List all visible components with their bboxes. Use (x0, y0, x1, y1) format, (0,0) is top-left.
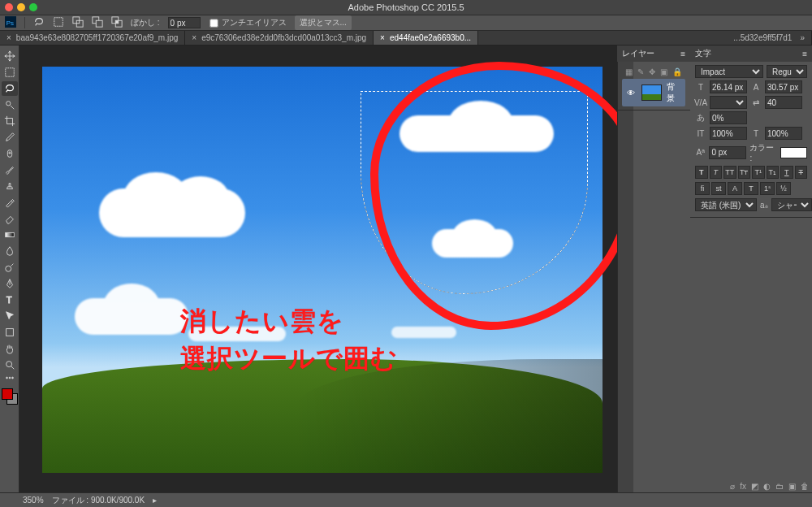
path-select-tool[interactable] (2, 309, 18, 323)
shape-tool[interactable] (2, 325, 18, 340)
crop-tool[interactable] (2, 114, 18, 128)
lock-artboard-icon[interactable]: ▣ (660, 67, 667, 76)
allcaps-button[interactable]: TT (723, 166, 736, 179)
selection-new-icon[interactable] (53, 16, 64, 29)
status-disclosure-icon[interactable]: ▸ (153, 496, 157, 505)
lasso-tool-indicator-icon[interactable] (33, 16, 45, 29)
ot-ordinal-button[interactable]: 1ˢ (760, 182, 775, 195)
lock-all-icon[interactable]: 🔒 (672, 67, 682, 76)
smallcaps-button[interactable]: Tᴛ (738, 166, 751, 179)
document-tab[interactable]: ...5d32e9ff5f7d1» (727, 31, 812, 45)
font-style-select[interactable]: Regular (767, 65, 807, 78)
feather-input[interactable] (168, 17, 201, 28)
canvas-area[interactable]: 消したい雲を 選択ツールで囲む (19, 46, 617, 492)
layer-fx-icon[interactable]: fx (740, 482, 746, 491)
blur-tool[interactable] (2, 244, 18, 258)
subscript-button[interactable]: T₁ (767, 166, 780, 179)
pen-tool[interactable] (2, 276, 18, 291)
close-tab-icon[interactable]: × (6, 33, 11, 42)
superscript-button[interactable]: T¹ (752, 166, 765, 179)
layer-mask-icon[interactable]: ◩ (751, 482, 758, 491)
clone-stamp-tool[interactable] (2, 179, 18, 193)
document-tab[interactable]: ×e9c76306ed38e2dd0fb3dcd00a013cc3_m.jpg (185, 31, 374, 45)
tsume-input[interactable] (710, 111, 747, 124)
selection-add-icon[interactable] (72, 16, 84, 29)
close-tab-icon[interactable]: × (380, 33, 385, 42)
tools-panel: T (0, 46, 19, 492)
leading-input[interactable] (765, 80, 802, 93)
select-and-mask-button[interactable]: 選択とマス... (295, 15, 352, 30)
layer-row[interactable]: 👁 背景 (622, 79, 685, 106)
delete-layer-icon[interactable]: 🗑 (801, 482, 809, 491)
adjustment-layer-icon[interactable]: ◐ (763, 482, 771, 491)
kerning-select[interactable] (710, 96, 747, 109)
panel-menu-icon[interactable]: ≡ (680, 50, 685, 58)
doc-size-label[interactable]: ファイル : 900.0K/900.0K (52, 495, 145, 506)
ot-swash-button[interactable]: A (728, 182, 742, 195)
quick-select-tool[interactable] (2, 98, 18, 112)
eyedropper-tool[interactable] (2, 130, 18, 145)
tracking-input[interactable] (765, 96, 802, 109)
document-tab[interactable]: ×ed44fae0e2a6693b0... (374, 31, 478, 45)
document-canvas[interactable]: 消したい雲を 選択ツールで囲む (42, 67, 603, 473)
brush-tool[interactable] (2, 162, 18, 177)
text-color-swatch[interactable] (780, 147, 807, 158)
document-tab[interactable]: ×baa943e63e8082705ff1720367e20af9_m.jpg (0, 31, 185, 45)
hand-tool[interactable] (2, 341, 18, 356)
tab-overflow-icon[interactable]: » (800, 33, 805, 42)
layer-visibility-icon[interactable]: 👁 (625, 89, 637, 98)
type-tool[interactable]: T (2, 292, 18, 307)
language-select[interactable]: 英語 (米国) (695, 198, 757, 211)
gradient-tool[interactable] (2, 228, 18, 242)
strikethrough-button[interactable]: T (795, 166, 808, 179)
zoom-tool[interactable] (2, 358, 18, 372)
underline-button[interactable]: T (780, 166, 793, 179)
ot-fi-button[interactable]: fi (695, 182, 710, 195)
panel-menu-icon[interactable]: ≡ (802, 50, 807, 58)
antialiasing-select[interactable]: シャープ (771, 198, 812, 211)
doc-size-value: 900.0K/900.0K (91, 496, 145, 505)
font-size-input[interactable] (710, 80, 747, 93)
vert-scale-input[interactable] (710, 127, 747, 140)
color-swatches[interactable] (2, 388, 18, 408)
close-window-button[interactable] (5, 3, 13, 11)
history-brush-tool[interactable] (2, 195, 18, 210)
close-tab-icon[interactable]: × (192, 33, 197, 42)
edit-toolbar-icon[interactable] (2, 374, 18, 382)
marquee-tool[interactable] (2, 65, 18, 80)
layers-panel: レイヤー ≡ ▦ ✎ ✥ ▣ 🔒 👁 背景 (617, 46, 690, 110)
baseline-shift-input[interactable] (709, 146, 746, 159)
collapsed-panel-strip[interactable] (617, 46, 633, 492)
new-group-icon[interactable]: 🗀 (775, 482, 784, 491)
ot-titling-button[interactable]: T (744, 182, 758, 195)
link-layers-icon[interactable]: ⌀ (730, 482, 735, 491)
lock-position-icon[interactable]: ✥ (649, 67, 655, 76)
bold-button[interactable]: T (695, 166, 708, 179)
selection-intersect-icon[interactable] (111, 16, 123, 29)
horz-scale-input[interactable] (765, 127, 802, 140)
lasso-tool[interactable] (2, 81, 18, 96)
layers-panel-title[interactable]: レイヤー (622, 48, 654, 59)
new-layer-icon[interactable]: ▣ (788, 482, 796, 491)
ot-fraction-button[interactable]: ½ (776, 182, 791, 195)
lock-transparent-icon[interactable]: ▦ (625, 67, 633, 76)
mac-traffic-lights (0, 3, 37, 11)
layer-thumbnail[interactable] (641, 84, 662, 101)
image-cloud (391, 327, 456, 338)
layer-name[interactable]: 背景 (667, 81, 682, 104)
zoom-window-button[interactable] (29, 3, 37, 11)
selection-subtract-icon[interactable] (92, 16, 103, 29)
antialias-checkbox[interactable]: アンチエイリアス (209, 17, 287, 28)
italic-button[interactable]: T (710, 166, 723, 179)
character-panel-title[interactable]: 文字 (695, 48, 711, 59)
eraser-tool[interactable] (2, 211, 18, 226)
font-family-select[interactable]: Impact (695, 65, 763, 78)
dodge-tool[interactable] (2, 260, 18, 275)
zoom-level[interactable]: 350% (23, 496, 44, 505)
lock-pixels-icon[interactable]: ✎ (637, 67, 644, 76)
healing-brush-tool[interactable] (2, 146, 18, 161)
move-tool[interactable] (2, 49, 18, 63)
ot-st-button[interactable]: st (711, 182, 726, 195)
foreground-color-swatch[interactable] (2, 388, 13, 400)
minimize-window-button[interactable] (17, 3, 25, 11)
